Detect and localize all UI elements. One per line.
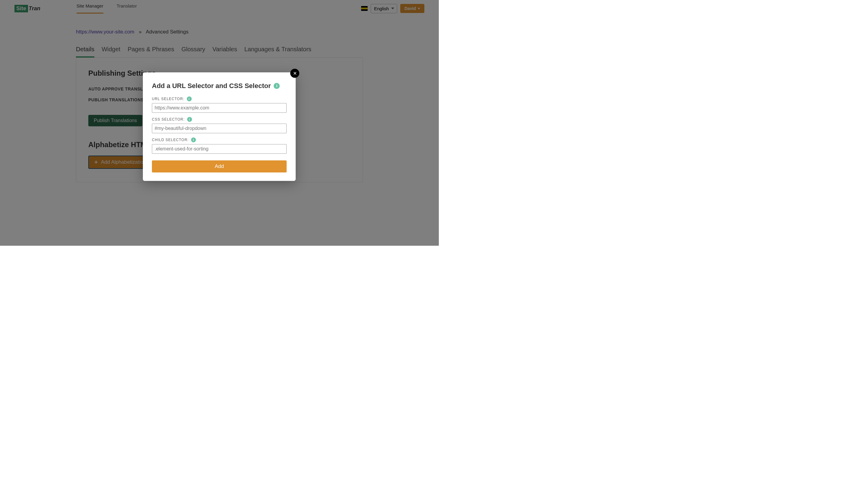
css-selector-input[interactable]	[152, 124, 287, 133]
child-selector-input[interactable]	[152, 144, 287, 154]
info-icon[interactable]: i	[187, 117, 192, 122]
modal-close-button[interactable]: ✕	[290, 69, 299, 78]
modal-title: Add a URL Selector and CSS Selector i	[152, 82, 287, 90]
modal-title-text: Add a URL Selector and CSS Selector	[152, 82, 271, 90]
add-selector-modal: ✕ Add a URL Selector and CSS Selector i …	[143, 72, 296, 181]
url-selector-input[interactable]	[152, 103, 287, 113]
info-icon[interactable]: i	[187, 96, 192, 101]
info-icon[interactable]: i	[191, 138, 196, 142]
url-selector-label: URL SELECTOR: i	[152, 96, 287, 101]
child-selector-label: CHILD SELECTOR: i	[152, 138, 287, 142]
css-selector-label: CSS SELECTOR: i	[152, 117, 287, 122]
info-icon[interactable]: i	[274, 83, 280, 89]
modal-add-button[interactable]: Add	[152, 160, 287, 173]
